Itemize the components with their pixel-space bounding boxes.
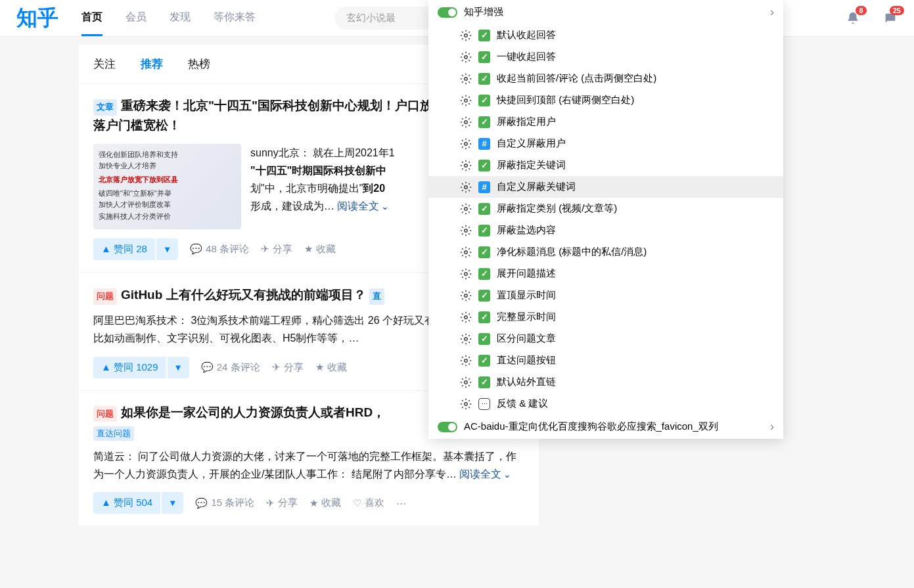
tab-follow[interactable]: 关注	[93, 45, 116, 83]
panel-option[interactable]: ✓屏蔽指定用户	[428, 111, 783, 133]
toggle-icon[interactable]	[438, 422, 457, 432]
panel-option[interactable]: ✓净化标题消息 (标题中的私信/消息)	[428, 241, 783, 263]
svg-point-7	[465, 185, 468, 189]
panel-option-label: 默认收起回答	[497, 29, 556, 41]
panel-option[interactable]: #自定义屏蔽关键词	[428, 176, 783, 198]
svg-point-8	[465, 207, 468, 210]
panel-option-label: 区分问题文章	[497, 332, 556, 345]
panel-option[interactable]: ✓收起当前回答/评论 (点击两侧空白处)	[428, 68, 783, 89]
panel-footer-script[interactable]: AC-baidu-重定向优化百度搜狗谷歌必应搜索_favicon_双列 ›	[428, 415, 783, 439]
checkmark-icon: ✓	[478, 290, 490, 302]
direct-tag[interactable]: 直达问题	[93, 426, 134, 441]
nav-home[interactable]: 首页	[81, 1, 103, 36]
checkmark-icon: ✓	[478, 376, 490, 388]
share-link[interactable]: ✈ 分享	[272, 361, 304, 374]
nav-answer[interactable]: 等你来答	[214, 1, 256, 36]
svg-point-11	[465, 272, 468, 275]
checkmark-icon: ✓	[478, 95, 490, 106]
like-link[interactable]: ♡ 喜欢	[353, 497, 384, 509]
svg-point-0	[465, 34, 468, 37]
checkmark-icon: ✓	[478, 333, 490, 345]
svg-point-4	[465, 120, 468, 124]
panel-option[interactable]: ✓区分问题文章	[428, 328, 783, 350]
panel-option[interactable]: #自定义屏蔽用户	[428, 133, 783, 154]
comments-link[interactable]: 💬 24 条评论	[201, 361, 260, 374]
tab-hot[interactable]: 热榜	[188, 45, 210, 83]
svg-point-13	[465, 315, 468, 319]
panel-option[interactable]: ✓一键收起回答	[428, 46, 783, 68]
panel-option[interactable]: ✓屏蔽指定类别 (视频/文章等)	[428, 198, 783, 219]
chevron-right-icon: ›	[770, 420, 774, 434]
logo[interactable]: 知乎	[16, 4, 58, 33]
tab-recommend[interactable]: 推荐	[141, 45, 163, 83]
main-nav: 首页 会员 发现 等你来答	[81, 1, 256, 36]
panel-option[interactable]: ✓默认站外直链	[428, 371, 783, 393]
downvote-button[interactable]: ▼	[168, 357, 189, 378]
panel-option-label: 快捷回到顶部 (右键两侧空白处)	[497, 94, 634, 106]
panel-option-label: 屏蔽指定用户	[497, 116, 556, 128]
panel-option-label: 置顶显示时间	[497, 289, 556, 302]
panel-option-label: 自定义屏蔽关键词	[497, 181, 576, 193]
share-link[interactable]: ✈ 分享	[266, 497, 298, 509]
more-icon[interactable]: ⋯	[396, 497, 406, 509]
extension-panel: 知乎增强 › ✓默认收起回答✓一键收起回答✓收起当前回答/评论 (点击两侧空白处…	[428, 0, 783, 439]
messages-icon[interactable]: 25	[883, 11, 898, 26]
svg-point-1	[465, 55, 468, 58]
panel-option-label: 屏蔽指定类别 (视频/文章等)	[497, 202, 617, 215]
panel-title: 知乎增强	[464, 6, 503, 18]
panel-footer-title: AC-baidu-重定向优化百度搜狗谷歌必应搜索_favicon_双列	[464, 420, 718, 433]
panel-option[interactable]: ✓快捷回到顶部 (右键两侧空白处)	[428, 89, 783, 111]
notifications-icon[interactable]: 8	[846, 11, 860, 26]
upvote-button[interactable]: ▲ 赞同 1029	[93, 357, 166, 378]
read-more[interactable]: 阅读全文	[459, 468, 511, 480]
svg-point-6	[465, 164, 468, 167]
panel-option[interactable]: ✓完整显示时间	[428, 306, 783, 328]
downvote-button[interactable]: ▼	[156, 238, 178, 260]
favorite-link[interactable]: ★ 收藏	[309, 497, 341, 509]
chevron-right-icon: ›	[770, 5, 774, 19]
comments-link[interactable]: 💬 48 条评论	[190, 243, 249, 256]
svg-point-10	[465, 250, 468, 254]
svg-point-5	[465, 142, 468, 145]
panel-header-main[interactable]: 知乎增强 ›	[428, 0, 783, 24]
panel-option[interactable]: ✓屏蔽盐选内容	[428, 219, 783, 241]
panel-option[interactable]: ✓直达问题按钮	[428, 350, 783, 371]
toggle-icon[interactable]	[438, 7, 457, 18]
upvote-button[interactable]: ▲ 赞同 28	[93, 238, 155, 260]
read-more[interactable]: 阅读全文	[337, 200, 389, 212]
upvote-button[interactable]: ▲ 赞同 504	[93, 492, 160, 514]
panel-option-label: 自定义屏蔽用户	[497, 137, 566, 150]
downvote-button[interactable]: ▼	[162, 492, 183, 514]
question-tag: 问题	[93, 406, 117, 422]
message-badge: 25	[890, 6, 904, 15]
panel-option-label: 展开问题描述	[497, 267, 556, 280]
excerpt: sunny北京： 就在上周2021年1 "十四五"时期国际科技创新中 划"中，北…	[250, 144, 395, 229]
panel-option-label: 屏蔽盐选内容	[497, 224, 556, 237]
direct-tag[interactable]: 直	[369, 288, 384, 305]
svg-point-14	[465, 337, 468, 340]
checkmark-icon: ✓	[478, 73, 490, 85]
thumbnail[interactable]: 强化创新团队培养和支持加快专业人才培养 北京落户放宽下放到区县 破四唯"和"立新…	[93, 144, 241, 229]
panel-option-label: 默认站外直链	[497, 376, 556, 388]
checkmark-icon: ✓	[478, 160, 490, 171]
panel-option[interactable]: ✓默认收起回答	[428, 24, 783, 46]
panel-option-label: 完整显示时间	[497, 311, 556, 323]
nav-member[interactable]: 会员	[126, 1, 147, 36]
favorite-link[interactable]: ★ 收藏	[304, 243, 336, 256]
checkmark-icon: ✓	[478, 203, 490, 215]
hash-icon: #	[478, 138, 490, 150]
panel-option[interactable]: ✓置顶显示时间	[428, 284, 783, 306]
svg-point-17	[465, 402, 468, 405]
favorite-link[interactable]: ★ 收藏	[315, 361, 347, 374]
panel-option[interactable]: ⋯反馈 & 建议	[428, 393, 783, 415]
svg-point-16	[465, 380, 468, 384]
nav-discover[interactable]: 发现	[170, 1, 191, 36]
checkmark-icon: ✓	[478, 355, 490, 367]
checkmark-icon: ✓	[478, 268, 490, 280]
svg-point-9	[465, 229, 468, 232]
panel-option[interactable]: ✓屏蔽指定关键词	[428, 154, 783, 176]
article-tag: 文章	[93, 99, 117, 116]
comments-link[interactable]: 💬 15 条评论	[195, 497, 254, 509]
panel-option[interactable]: ✓展开问题描述	[428, 263, 783, 284]
share-link[interactable]: ✈ 分享	[261, 243, 292, 256]
